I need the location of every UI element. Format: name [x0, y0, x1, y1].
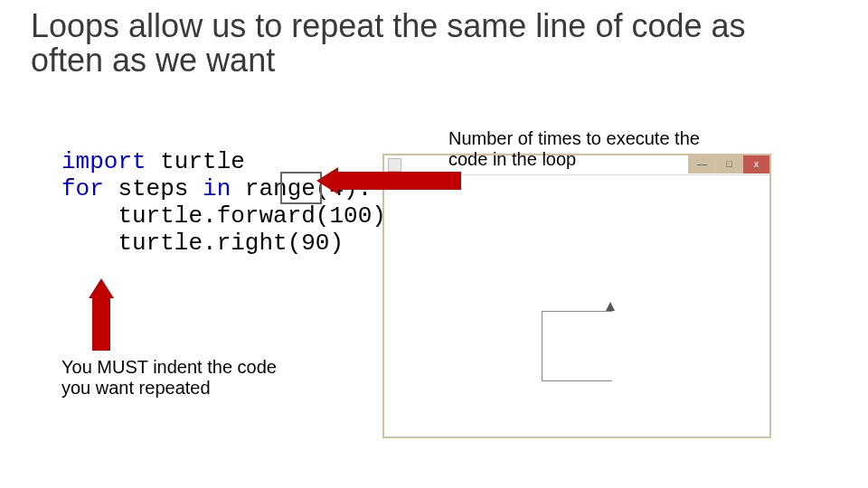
slide-title: Loops allow us to repeat the same line o…: [31, 9, 826, 78]
code-text: steps: [104, 175, 203, 202]
keyword-in: in: [203, 175, 231, 202]
turtle-cursor-icon: [606, 302, 615, 311]
maximize-button[interactable]: □: [715, 155, 742, 174]
annotation-loop-count: Number of times to execute the code in t…: [448, 128, 702, 170]
arrow-left-icon: [316, 167, 461, 194]
code-text: turtle.right(90): [61, 230, 344, 257]
code-block: import turtle for steps in range(4): tur…: [61, 149, 386, 258]
annotation-indent: You MUST indent the code you want repeat…: [61, 357, 297, 399]
code-text: turtle: [146, 148, 245, 175]
keyword-for: for: [61, 175, 104, 202]
turtle-canvas: [384, 175, 769, 436]
turtle-window: — □ x: [382, 154, 771, 438]
code-text: turtle.forward(100): [61, 202, 386, 230]
turtle-drawn-path: [542, 311, 612, 381]
arrow-up-icon: [89, 278, 114, 351]
close-button[interactable]: x: [742, 155, 769, 174]
keyword-import: import: [61, 148, 146, 175]
